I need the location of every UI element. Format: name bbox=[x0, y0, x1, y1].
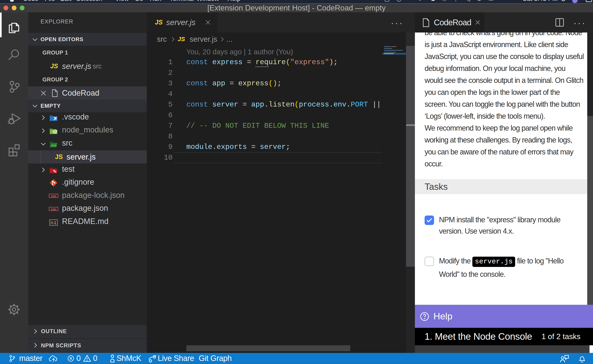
svg-text:M: M bbox=[50, 221, 53, 225]
svg-text:JS: JS bbox=[54, 130, 56, 132]
svg-text:</>: </> bbox=[52, 144, 56, 147]
svg-text:npm: npm bbox=[51, 195, 56, 198]
svg-text:npm: npm bbox=[51, 208, 56, 211]
